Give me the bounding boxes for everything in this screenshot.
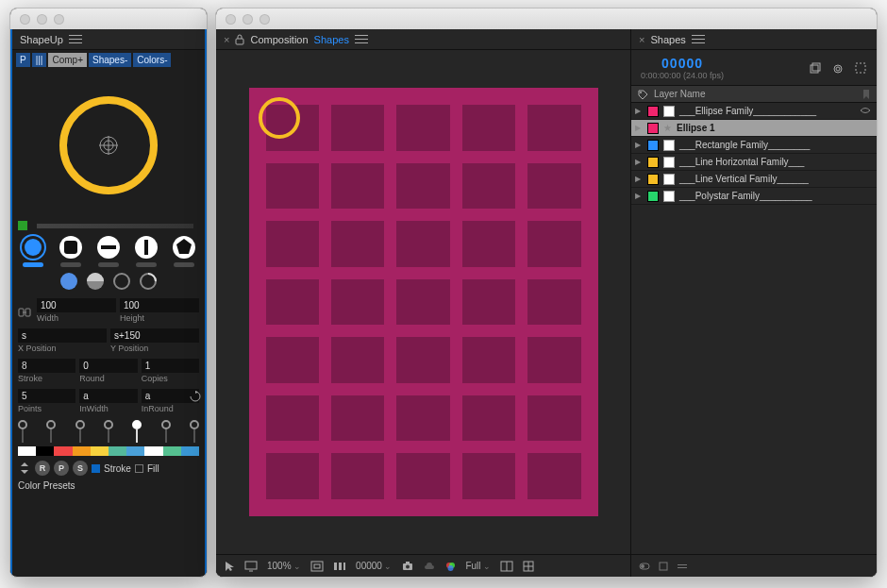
twirl-icon[interactable]: ▶ xyxy=(635,158,643,166)
snail-icon[interactable] xyxy=(831,61,845,75)
fill-solid-button[interactable] xyxy=(59,271,79,292)
label-color[interactable] xyxy=(647,123,659,134)
hline-shape-button[interactable] xyxy=(95,234,122,260)
swatch-0[interactable] xyxy=(18,446,36,456)
pin-7[interactable] xyxy=(190,420,199,429)
channels-icon[interactable] xyxy=(333,562,346,571)
round-input[interactable] xyxy=(79,359,137,373)
shy-icon[interactable] xyxy=(860,106,871,117)
swatch-5[interactable] xyxy=(109,446,126,456)
close-icon[interactable] xyxy=(226,14,236,25)
cloud-icon[interactable] xyxy=(424,561,435,572)
cursor-icon[interactable] xyxy=(224,561,235,572)
swatch-9[interactable] xyxy=(181,446,199,456)
swatch-8[interactable] xyxy=(163,446,181,456)
pin-4[interactable] xyxy=(104,420,113,429)
layer-swatch[interactable] xyxy=(663,157,675,168)
stroke-input[interactable] xyxy=(18,359,75,373)
label-color[interactable] xyxy=(647,106,659,117)
label-color[interactable] xyxy=(647,174,659,185)
gradient-bar[interactable] xyxy=(37,224,193,228)
hamburger-icon[interactable] xyxy=(69,35,82,43)
mode-btn-2[interactable]: Comp+ xyxy=(48,53,87,67)
twirl-icon[interactable]: ▶ xyxy=(635,141,643,149)
minimize-icon[interactable] xyxy=(243,14,253,25)
layer-swatch[interactable] xyxy=(663,106,675,117)
label-color[interactable] xyxy=(647,140,659,151)
height-input[interactable] xyxy=(120,298,199,312)
pin-1[interactable] xyxy=(18,420,27,429)
titlebar[interactable] xyxy=(10,8,207,29)
circle-shape-button[interactable] xyxy=(20,234,46,260)
twirl-icon[interactable]: ▶ xyxy=(635,192,643,200)
label-color[interactable] xyxy=(647,191,659,202)
updown-icon[interactable] xyxy=(18,462,31,475)
xpos-input[interactable] xyxy=(18,328,107,343)
twirl-icon[interactable]: ▶ xyxy=(635,175,643,183)
rounded-rect-shape-button[interactable] xyxy=(58,234,84,260)
swatch-2[interactable] xyxy=(54,446,72,456)
link-icon[interactable] xyxy=(18,306,31,319)
mode-btn-0[interactable]: P xyxy=(16,53,30,67)
copies-input[interactable] xyxy=(142,359,199,373)
pin-2[interactable] xyxy=(46,420,56,429)
bookmark-icon[interactable] xyxy=(862,89,871,100)
swatch-7[interactable] xyxy=(144,446,162,456)
refresh-icon[interactable] xyxy=(190,391,201,402)
twirl-icon[interactable]: ▶ xyxy=(635,107,643,115)
timecode-status[interactable]: 00000 xyxy=(356,561,392,571)
region-icon[interactable] xyxy=(310,561,324,572)
camera-icon[interactable] xyxy=(401,561,414,572)
layer-row[interactable]: ▶★Ellipse 1 xyxy=(631,120,877,137)
fill-outline-button[interactable] xyxy=(111,271,132,292)
layer-row[interactable]: ▶___Line Horizontal Family___ xyxy=(631,154,877,171)
layer-row[interactable]: ▶___Rectangle Family________ xyxy=(631,137,877,154)
stroke-checkbox[interactable] xyxy=(92,464,100,473)
ellipse-shape[interactable] xyxy=(259,97,300,139)
s-button[interactable]: S xyxy=(73,461,88,476)
tag-icon[interactable] xyxy=(637,89,648,100)
comp-title-b[interactable]: Shapes xyxy=(314,34,349,45)
p-button[interactable]: P xyxy=(54,461,69,476)
points-input[interactable] xyxy=(18,389,75,403)
close-icon[interactable] xyxy=(20,14,30,25)
tab-close-icon[interactable]: × xyxy=(224,34,229,45)
fill-checkbox[interactable] xyxy=(135,464,143,473)
grid-icon[interactable] xyxy=(523,561,534,572)
minimize-icon[interactable] xyxy=(37,14,47,25)
width-input[interactable] xyxy=(37,298,116,312)
vline-shape-button[interactable] xyxy=(133,234,159,260)
mode-btn-4[interactable]: Colors- xyxy=(133,53,171,67)
collapse-icon[interactable] xyxy=(677,561,688,572)
hamburger-icon[interactable] xyxy=(692,35,705,43)
pin-6[interactable] xyxy=(161,420,171,429)
frame-icon[interactable] xyxy=(658,561,669,572)
zoom-icon[interactable] xyxy=(54,14,64,25)
comp-icon[interactable] xyxy=(854,61,867,75)
tab-close-icon[interactable]: × xyxy=(639,34,644,45)
label-color[interactable] xyxy=(647,157,659,168)
switch-icon[interactable] xyxy=(639,561,650,572)
swatch-4[interactable] xyxy=(91,446,109,456)
titlebar[interactable] xyxy=(216,8,877,29)
view-icon[interactable] xyxy=(500,561,513,572)
layer-swatch[interactable] xyxy=(663,174,675,185)
comp-viewer[interactable] xyxy=(216,50,630,554)
swatch-row[interactable] xyxy=(18,446,199,456)
layer-row[interactable]: ▶___Polystar Family__________ xyxy=(631,188,877,205)
pin-5-active[interactable] xyxy=(132,420,142,429)
mode-btn-1[interactable]: ||| xyxy=(32,53,47,67)
swatch-6[interactable] xyxy=(126,446,144,456)
inwidth-input[interactable] xyxy=(79,389,137,403)
fill-half-button[interactable] xyxy=(85,271,106,292)
display-icon[interactable] xyxy=(244,561,258,572)
ypos-input[interactable] xyxy=(110,328,199,343)
timecode-big[interactable]: 00000 xyxy=(641,56,724,71)
mode-btn-3[interactable]: Shapes- xyxy=(89,53,131,67)
layer-row[interactable]: ▶___Line Vertical Family______ xyxy=(631,171,877,188)
layer-swatch[interactable] xyxy=(663,140,675,151)
swatch-3[interactable] xyxy=(73,446,91,456)
polygon-shape-button[interactable] xyxy=(171,234,197,260)
layer-swatch[interactable] xyxy=(663,191,675,202)
twirl-icon[interactable]: ▶ xyxy=(635,124,643,132)
